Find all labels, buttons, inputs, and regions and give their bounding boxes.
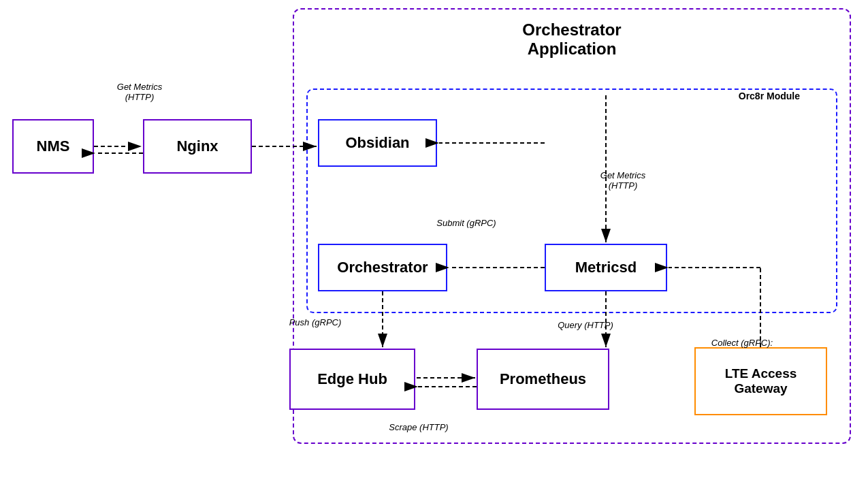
nginx-box: Nginx [143, 119, 252, 174]
edge-hub-box: Edge Hub [289, 349, 415, 410]
push-grpc-label: Push (gRPC) [278, 317, 353, 327]
collect-grpc-label: Collect (gRPC): [698, 338, 786, 348]
obsidian-box: Obsidian [318, 119, 437, 167]
orc8r-module-label: Orc8r Module [739, 91, 800, 101]
prometheus-box: Prometheus [477, 349, 609, 410]
get-metrics-http-right-label: Get Metrics(HTTP) [582, 170, 664, 191]
orchestrator-app-label: Orchestrator Application [477, 20, 667, 59]
diagram-container: Orchestrator Application Orc8r Module NM… [0, 0, 868, 482]
metricsd-box: Metricsd [545, 244, 667, 291]
query-http-label: Query (HTTP) [545, 320, 626, 330]
get-metrics-http-label: Get Metrics(HTTP) [106, 82, 174, 102]
nms-box: NMS [12, 119, 94, 174]
scrape-http-label: Scrape (HTTP) [378, 422, 460, 432]
submit-grpc-label: Submit (gRPC) [422, 218, 511, 228]
lte-access-gateway-box: LTE AccessGateway [694, 347, 827, 415]
orchestrator-box: Orchestrator [318, 244, 447, 291]
